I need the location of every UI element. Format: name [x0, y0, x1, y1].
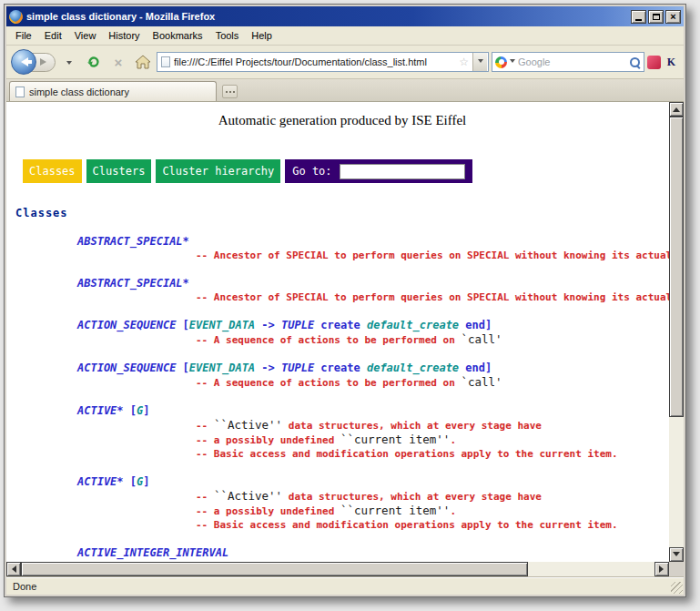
class-name-link[interactable]: ACTIVE*	[77, 475, 124, 488]
comment-line: -- A sequence of actions to be performed…	[196, 375, 669, 390]
menu-bookmarks[interactable]: Bookmarks	[147, 28, 209, 43]
class-entry: ABSTRACT_SPECIAL*-- Ancestor of SPECIAL …	[77, 235, 669, 262]
close-button[interactable]: ×	[665, 10, 681, 24]
class-signature: ACTIVE* [G]	[77, 404, 669, 418]
text-segment: ``current item''	[340, 433, 450, 446]
class-name-link[interactable]: ACTION_SEQUENCE	[77, 362, 176, 374]
address-bar[interactable]: file:///C:/Eiffel Projects/tour/Document…	[157, 52, 489, 72]
reload-button[interactable]	[83, 51, 105, 73]
scrollbar-corner	[669, 562, 684, 576]
tab-strip-button[interactable]	[222, 85, 238, 98]
text-segment	[360, 362, 367, 374]
search-input[interactable]: Google	[518, 56, 626, 67]
text-segment: create	[320, 362, 360, 374]
tab-simple-class-dictionary[interactable]: simple class dictionary	[9, 81, 217, 101]
class-signature: ACTIVE_INTEGER_INTERVAL	[77, 546, 669, 560]
search-engine-dropdown-icon[interactable]	[510, 59, 515, 66]
class-entry: ACTION_SEQUENCE [EVENT_DATA -> TUPLE cre…	[77, 319, 669, 347]
text-segment: .	[450, 434, 456, 446]
scroll-up-button[interactable]	[669, 102, 684, 117]
horizontal-scrollbar[interactable]	[6, 562, 669, 576]
search-box[interactable]: Google	[492, 52, 644, 72]
home-button[interactable]	[132, 51, 154, 73]
menu-help[interactable]: Help	[245, 28, 279, 43]
goto-input[interactable]	[340, 164, 465, 179]
menu-view[interactable]: View	[68, 28, 103, 43]
menubar: FileEditViewHistoryBookmarksToolsHelp	[6, 26, 684, 46]
clusters-button[interactable]: Clusters	[86, 159, 152, 183]
titlebar[interactable]: simple class dictionary - Mozilla Firefo…	[6, 6, 684, 26]
text-segment: --	[196, 491, 214, 503]
scroll-left-button[interactable]	[6, 562, 21, 576]
class-name-link[interactable]: TUPLE	[281, 362, 314, 374]
red-extension-icon[interactable]	[647, 56, 661, 69]
classes-button[interactable]: Classes	[23, 159, 82, 183]
class-name-link[interactable]: ABSTRACT_SPECIAL*	[77, 277, 189, 290]
menu-history[interactable]: History	[102, 28, 146, 43]
page-title: Automatic generation produced by ISE Eif…	[15, 113, 669, 128]
class-comments: -- Ancestor of SPECIAL to perform querie…	[196, 249, 669, 262]
menu-file[interactable]: File	[9, 28, 38, 43]
minimize-button[interactable]	[631, 10, 646, 24]
close-icon: ×	[670, 12, 675, 22]
class-name-link[interactable]: ACTIVE_INTEGER_INTERVAL	[77, 546, 228, 559]
search-icon[interactable]	[629, 56, 641, 68]
k-extension-icon[interactable]: K	[664, 55, 679, 70]
text-segment: [	[124, 404, 137, 417]
tab-bar: simple class dictionary	[6, 79, 684, 102]
arrow-right-icon	[659, 565, 667, 573]
window-controls: ×	[631, 10, 681, 24]
class-signature: ABSTRACT_SPECIAL*	[77, 235, 669, 249]
text-segment: -- Ancestor of SPECIAL to perform querie…	[196, 249, 669, 261]
menu-tools[interactable]: Tools	[209, 28, 246, 43]
scroll-right-button[interactable]	[654, 562, 669, 576]
class-signature: ACTION_SEQUENCE [EVENT_DATA -> TUPLE cre…	[77, 362, 669, 375]
address-dropdown-button[interactable]	[472, 53, 487, 71]
comment-line: -- a possibly undefined ``current item''…	[196, 433, 669, 447]
cluster-hierarchy-button[interactable]: Cluster hierarchy	[156, 159, 280, 183]
history-dropdown-button[interactable]	[58, 51, 80, 73]
text-segment: data structures, which at every stage ha…	[282, 491, 542, 503]
stop-icon: ×	[115, 55, 123, 70]
class-comments: -- ``Active'' data structures, which at …	[196, 418, 669, 461]
back-button[interactable]	[11, 49, 36, 75]
text-segment: -- Basic access and modification operati…	[196, 519, 618, 531]
text-segment: create	[320, 319, 360, 331]
class-name-link[interactable]: ACTIVE*	[77, 404, 124, 417]
text-segment: ``Active''	[214, 418, 282, 432]
stop-button[interactable]: ×	[107, 51, 129, 73]
vertical-scroll-track[interactable]	[669, 117, 684, 547]
tab-strip-icon	[229, 91, 231, 93]
scroll-down-button[interactable]	[669, 547, 684, 562]
class-comments: -- A sequence of actions to be performed…	[196, 375, 669, 390]
class-name-link[interactable]: TUPLE	[281, 319, 314, 331]
horizontal-scroll-thumb[interactable]	[21, 562, 528, 576]
resize-grip[interactable]	[671, 582, 683, 594]
menu-edit[interactable]: Edit	[38, 28, 68, 43]
google-logo-icon[interactable]	[495, 56, 507, 68]
text-segment: `call'	[461, 375, 502, 389]
class-comments: -- Ancestor of SPECIAL to perform querie…	[196, 290, 669, 304]
arrow-left-icon	[8, 565, 16, 573]
text-segment: end	[465, 362, 485, 374]
doc-navbar: Classes Clusters Cluster hierarchy Go to…	[23, 159, 669, 183]
chevron-down-icon	[66, 61, 72, 67]
comment-line: -- a possibly undefined ``current item''…	[196, 504, 669, 518]
vertical-scroll-thumb[interactable]	[669, 117, 684, 417]
text-segment: end	[465, 319, 485, 331]
class-name-link[interactable]: ABSTRACT_SPECIAL*	[77, 235, 189, 248]
text-segment: ``current item''	[340, 504, 450, 517]
maximize-icon	[653, 14, 660, 20]
text-segment: -- Ancestor of SPECIAL to perform querie…	[196, 291, 669, 303]
address-input[interactable]: file:///C:/Eiffel Projects/tour/Document…	[174, 56, 455, 67]
class-entry: ACTIVE* [G]-- ``Active'' data structures…	[77, 475, 669, 532]
vertical-scrollbar[interactable]	[669, 102, 684, 562]
bookmark-star-icon[interactable]: ☆	[459, 56, 469, 67]
forward-arrow-icon	[40, 58, 50, 66]
text-segment: data structures, which at every stage ha…	[282, 420, 542, 432]
browser-window: simple class dictionary - Mozilla Firefo…	[4, 4, 686, 597]
comment-line: -- Ancestor of SPECIAL to perform querie…	[196, 290, 669, 304]
horizontal-scroll-track[interactable]	[21, 562, 654, 576]
class-name-link[interactable]: ACTION_SEQUENCE	[77, 319, 176, 331]
maximize-button[interactable]	[648, 10, 664, 24]
